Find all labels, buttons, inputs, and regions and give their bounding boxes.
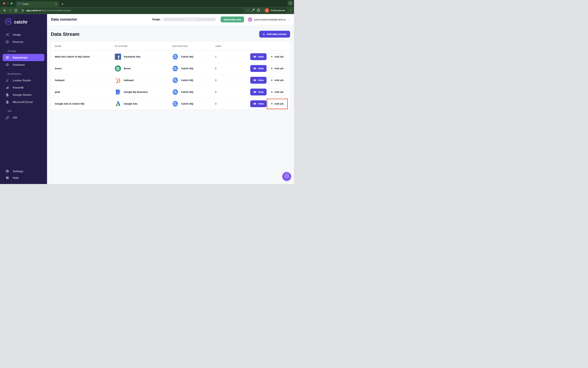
app-shell: catchr Usage Sources Storage Datastream bbox=[0, 14, 294, 184]
sidebar: catchr Usage Sources Storage Datastream bbox=[0, 14, 47, 184]
add-job-button[interactable]: + Add job bbox=[268, 89, 287, 95]
sidebar-item-label: API bbox=[13, 116, 17, 119]
sidebar-item-looker-studio[interactable]: Looker Studio bbox=[3, 77, 45, 84]
svg-text:f: f bbox=[118, 55, 119, 60]
window-close-button[interactable] bbox=[3, 2, 5, 5]
bookmark-star-icon[interactable]: ☆ bbox=[246, 9, 249, 12]
view-button[interactable]: View bbox=[250, 53, 267, 60]
destination-cell: Catchr BQ bbox=[172, 101, 215, 107]
sidebar-spacer bbox=[0, 121, 47, 168]
sidebar-item-powerbi[interactable]: PowerBI bbox=[3, 84, 45, 91]
row-actions: View + Add job bbox=[235, 65, 287, 72]
subscribe-now-button[interactable]: Subscribe now bbox=[221, 17, 244, 22]
add-job-label: Add job bbox=[274, 55, 284, 58]
reload-button[interactable] bbox=[13, 8, 19, 13]
sidebar-item-label: Sources bbox=[13, 40, 23, 44]
cloud-download-icon bbox=[6, 40, 9, 44]
add-data-stream-label: Add data stream bbox=[267, 33, 287, 36]
destination-cell: Catchr BQ bbox=[172, 54, 215, 60]
sidebar-item-settings[interactable]: Settings bbox=[3, 168, 45, 175]
window-controls bbox=[3, 2, 13, 5]
destination-label: Catchr BQ bbox=[181, 102, 193, 105]
book-icon bbox=[6, 176, 9, 180]
screen: Catchr × + app.catchr.io /data-connector… bbox=[0, 0, 294, 184]
eyedropper-pen-icon[interactable] bbox=[251, 9, 255, 13]
hubspot-icon bbox=[115, 77, 121, 83]
platform-label: Facebook Ads bbox=[124, 55, 140, 58]
sidebar-item-sources[interactable]: Sources bbox=[3, 38, 45, 46]
account-menu[interactable]: J johan.lookerstudio@catchr.io bbox=[248, 17, 290, 22]
view-button[interactable]: View bbox=[250, 100, 267, 107]
add-job-button-highlighted[interactable]: + Add job bbox=[268, 100, 287, 107]
add-job-button[interactable]: + Add job bbox=[268, 53, 287, 60]
page-title: Data Stream bbox=[51, 31, 79, 37]
view-button[interactable]: View bbox=[250, 89, 267, 95]
table-row: hubspot Hubspot Catchr BQ bbox=[51, 74, 290, 86]
add-job-button[interactable]: + Add job bbox=[268, 65, 287, 72]
add-data-stream-button[interactable]: + Add data stream bbox=[259, 31, 290, 37]
forward-button[interactable] bbox=[8, 8, 13, 13]
sidebar-item-database[interactable]: Database bbox=[3, 61, 45, 68]
stream-name: Meta Ads Catchr to BQ Catchr bbox=[55, 55, 115, 58]
google-my-business-icon: G bbox=[115, 89, 121, 95]
url-bar[interactable]: app.catchr.io /data-connector/data-strea… bbox=[20, 8, 244, 13]
sidebar-item-usage[interactable]: Usage bbox=[3, 31, 45, 38]
chat-widget-button[interactable] bbox=[282, 172, 291, 181]
jobs-count: 1 bbox=[215, 55, 235, 58]
table-row: Google Ads to Catchr BQ Google Ads Catc bbox=[51, 98, 290, 110]
add-job-label: Add job bbox=[274, 79, 284, 82]
account-avatar: J bbox=[248, 17, 252, 22]
sidebar-item-microsoft-excel[interactable]: Microsoft Excel bbox=[3, 98, 45, 106]
sidebar-item-api[interactable]: API bbox=[3, 114, 45, 121]
platform-cell: Google Ads bbox=[115, 101, 172, 107]
sidebar-item-google-sheets[interactable]: Google Sheets bbox=[3, 91, 45, 98]
sidebar-item-datastream[interactable]: Datastream bbox=[3, 54, 45, 61]
browser-tab[interactable]: Catchr × bbox=[16, 1, 59, 7]
view-button[interactable]: View bbox=[250, 77, 267, 84]
column-header-platform: PLATFORM bbox=[115, 45, 172, 47]
browser-profile-chip[interactable]: J Professionnel bbox=[264, 8, 287, 13]
destination-label: Catchr BQ bbox=[181, 67, 193, 70]
platform-cell: B Brevo bbox=[115, 65, 172, 72]
bigquery-icon bbox=[172, 65, 178, 72]
toolbar-right: ☆ J Professionnel ⋮ bbox=[246, 8, 292, 13]
brevo-icon: B bbox=[115, 65, 121, 72]
window-minimize-button[interactable] bbox=[7, 2, 9, 5]
view-label: View bbox=[258, 67, 264, 70]
table-row: brevo B Brevo Catchr BQ bbox=[51, 62, 290, 74]
platform-label: Brevo bbox=[124, 67, 131, 70]
tab-favicon-catchr-logo-icon bbox=[18, 2, 21, 6]
column-header-jobs: JOBS bbox=[215, 45, 235, 47]
sidebar-item-label: Usage bbox=[13, 33, 21, 36]
tab-close-icon[interactable]: × bbox=[55, 3, 57, 5]
bigquery-icon bbox=[172, 89, 178, 95]
brand[interactable]: catchr bbox=[0, 18, 47, 26]
view-button[interactable]: View bbox=[250, 65, 267, 72]
usage-label: Usage : bbox=[152, 18, 162, 21]
table-row: Meta Ads Catchr to BQ Catchr f Facebook … bbox=[51, 51, 290, 62]
new-tab-button[interactable]: + bbox=[61, 1, 63, 7]
back-button[interactable] bbox=[2, 8, 8, 13]
add-job-label: Add job bbox=[274, 91, 284, 93]
extensions-puzzle-icon[interactable] bbox=[257, 9, 260, 13]
stream-name: Google Ads to Catchr BQ bbox=[55, 102, 115, 105]
site-settings-icon[interactable] bbox=[21, 9, 25, 12]
sidebar-item-label: Datastream bbox=[13, 56, 27, 59]
plus-icon: + bbox=[271, 78, 273, 82]
eye-icon bbox=[253, 102, 256, 105]
column-header-name: NAME bbox=[55, 45, 115, 47]
sidebar-item-label: Help bbox=[13, 176, 19, 179]
plus-icon: + bbox=[271, 90, 273, 94]
sidebar-item-help[interactable]: Help bbox=[3, 175, 45, 181]
tab-search-button[interactable] bbox=[288, 1, 293, 6]
window-zoom-button[interactable] bbox=[10, 2, 13, 5]
row-actions: View + Add job bbox=[235, 100, 287, 107]
eye-icon bbox=[253, 55, 256, 58]
url-path: /data-connector/data-stream bbox=[41, 9, 71, 12]
jobs-count: 0 bbox=[215, 102, 235, 105]
browser-menu-icon[interactable]: ⋮ bbox=[289, 9, 292, 12]
destination-label: Catchr BQ bbox=[181, 91, 193, 93]
add-job-button[interactable]: + Add job bbox=[268, 77, 287, 84]
view-label: View bbox=[258, 55, 264, 58]
stream-name: hubspot bbox=[55, 79, 115, 82]
